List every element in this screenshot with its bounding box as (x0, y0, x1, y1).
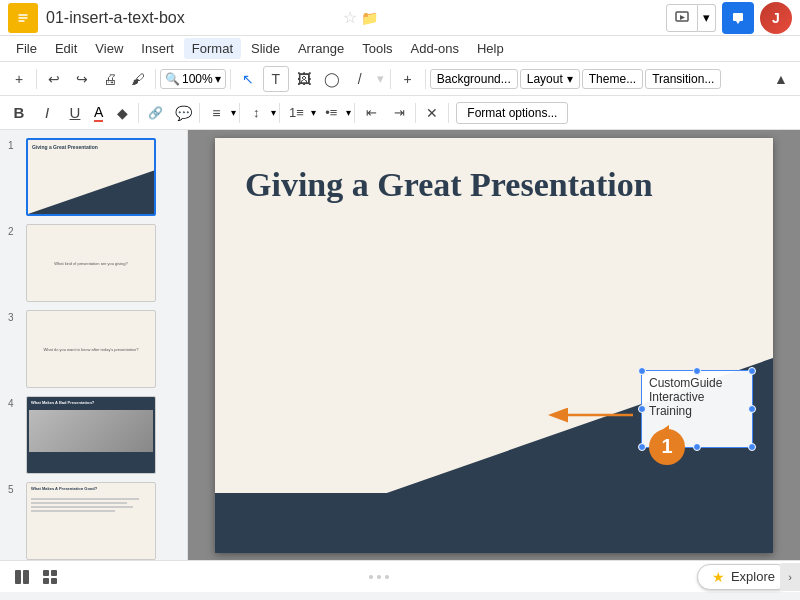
collapse-button[interactable]: ▲ (768, 66, 794, 92)
clear-format-button[interactable]: ✕ (419, 100, 445, 126)
user-avatar[interactable]: J (760, 2, 792, 34)
background-button[interactable]: Background... (430, 69, 518, 89)
main-toolbar: + ↩ ↪ 🖨 🖌 🔍 100% ▾ ↖ T 🖼 ◯ / ▾ + Backgro… (0, 62, 800, 96)
slide-thumbnail-5[interactable]: 5 What Makes A Presentation Good? (0, 478, 187, 560)
slide-thumbnail-1[interactable]: 1 Giving a Great Presentation (0, 134, 187, 220)
layout-button[interactable]: Layout ▾ (520, 69, 580, 89)
numbered-list-button[interactable]: 1≡ (283, 100, 309, 126)
handle-middle-right[interactable] (748, 405, 756, 413)
list-view-icon (42, 569, 58, 585)
content-area: 1 Giving a Great Presentation 2 What kin… (0, 130, 800, 560)
separator (36, 69, 37, 89)
svg-rect-2 (19, 17, 28, 19)
separator (354, 103, 355, 123)
align-button[interactable]: ≡ (203, 100, 229, 126)
menu-help[interactable]: Help (469, 38, 512, 59)
list-view-button[interactable] (38, 565, 62, 589)
bold-button[interactable]: B (6, 100, 32, 126)
transition-button[interactable]: Transition... (645, 69, 721, 89)
handle-bottom-right[interactable] (748, 443, 756, 451)
google-slides-button[interactable] (722, 2, 754, 34)
handle-bottom-center[interactable] (693, 443, 701, 451)
menu-addons[interactable]: Add-ons (403, 38, 467, 59)
slide-thumbnail-2[interactable]: 2 What kind of presentation are you givi… (0, 220, 187, 306)
link-button[interactable]: 🔗 (142, 100, 168, 126)
menu-file[interactable]: File (8, 38, 45, 59)
slide5-title: What Makes A Presentation Good? (27, 483, 155, 494)
menu-view[interactable]: View (87, 38, 131, 59)
layout-arrow: ▾ (567, 72, 573, 86)
folder-icon[interactable]: 📁 (361, 10, 378, 26)
svg-rect-12 (23, 570, 29, 584)
italic-button[interactable]: I (34, 100, 60, 126)
bullet-list-button[interactable]: •≡ (318, 100, 344, 126)
slide-thumbnail-3[interactable]: 3 What do you want to know after today's… (0, 306, 187, 392)
explore-button[interactable]: ★ Explore (697, 564, 790, 590)
redo-button[interactable]: ↪ (69, 66, 95, 92)
star-icon[interactable]: ☆ (343, 8, 357, 27)
explore-star-icon: ★ (712, 569, 725, 585)
print-button[interactable]: 🖨 (97, 66, 123, 92)
align-arrow[interactable]: ▾ (231, 107, 236, 118)
line-spacing-button[interactable]: ↕ (243, 100, 269, 126)
line-spacing-arrow[interactable]: ▾ (271, 107, 276, 118)
add-button[interactable]: + (6, 66, 32, 92)
menu-format[interactable]: Format (184, 38, 241, 59)
slide-main-title: Giving a Great Presentation (245, 166, 653, 204)
zoom-dropdown-arrow: ▾ (215, 72, 221, 86)
image-tool[interactable]: 🖼 (291, 66, 317, 92)
slide4-title: What Makes A Bad Presentation? (27, 397, 155, 408)
menu-edit[interactable]: Edit (47, 38, 85, 59)
theme-label: Theme... (589, 72, 636, 86)
slide-preview-5: What Makes A Presentation Good? (26, 482, 156, 560)
grid-view-icon (14, 569, 30, 585)
handle-top-left[interactable] (638, 367, 646, 375)
undo-button[interactable]: ↩ (41, 66, 67, 92)
slide-preview-2: What kind of presentation are you giving… (26, 224, 156, 302)
handle-middle-left[interactable] (638, 405, 646, 413)
present-button[interactable] (666, 4, 698, 32)
document-title[interactable]: 01-insert-a-text-box (46, 9, 335, 27)
menu-arrange[interactable]: Arrange (290, 38, 352, 59)
insert-comment-button[interactable]: 💬 (170, 100, 196, 126)
format-options-button[interactable]: Format options... (456, 102, 568, 124)
select-tool[interactable]: ↖ (235, 66, 261, 92)
underline-button[interactable]: U (62, 100, 88, 126)
zoom-control[interactable]: 🔍 100% ▾ (160, 69, 226, 89)
slide-dark-base (215, 493, 773, 553)
shapes-tool[interactable]: ◯ (319, 66, 345, 92)
handle-top-center[interactable] (693, 367, 701, 375)
indent-less-button[interactable]: ⇤ (358, 100, 384, 126)
svg-rect-15 (43, 578, 49, 584)
slide-canvas: Giving a Great Presentation CustomGuide … (215, 138, 773, 553)
textbox-content: CustomGuide Interactive Training (649, 376, 722, 418)
slide-number-5: 5 (8, 482, 20, 495)
line-tool[interactable]: / (347, 66, 373, 92)
bullet-list-arrow[interactable]: ▾ (346, 107, 351, 118)
numbered-list-arrow[interactable]: ▾ (311, 107, 316, 118)
zoom-level: 100% (182, 72, 213, 86)
separator (415, 103, 416, 123)
menu-slide[interactable]: Slide (243, 38, 288, 59)
paint-format-button[interactable]: 🖌 (125, 66, 151, 92)
present-dropdown[interactable]: ▾ (698, 4, 716, 32)
right-panel-toggle[interactable]: › (780, 563, 800, 591)
slide-thumbnail-4[interactable]: 4 What Makes A Bad Presentation? (0, 392, 187, 478)
transition-label: Transition... (652, 72, 714, 86)
grid-view-button[interactable] (10, 565, 34, 589)
menu-tools[interactable]: Tools (354, 38, 400, 59)
menu-insert[interactable]: Insert (133, 38, 182, 59)
text-color-button[interactable]: A (90, 102, 107, 124)
slide-number-3: 3 (8, 310, 20, 323)
handle-top-right[interactable] (748, 367, 756, 375)
handle-bottom-left[interactable] (638, 443, 646, 451)
svg-rect-3 (19, 20, 25, 22)
textbox-tool[interactable]: T (263, 66, 289, 92)
main-slide-area[interactable]: Giving a Great Presentation CustomGuide … (188, 130, 800, 560)
slide-number-2: 2 (8, 224, 20, 237)
insert-button[interactable]: + (395, 66, 421, 92)
indent-more-button[interactable]: ⇥ (386, 100, 412, 126)
theme-button[interactable]: Theme... (582, 69, 643, 89)
highlight-button[interactable]: ◆ (109, 100, 135, 126)
explore-label: Explore (731, 569, 775, 584)
